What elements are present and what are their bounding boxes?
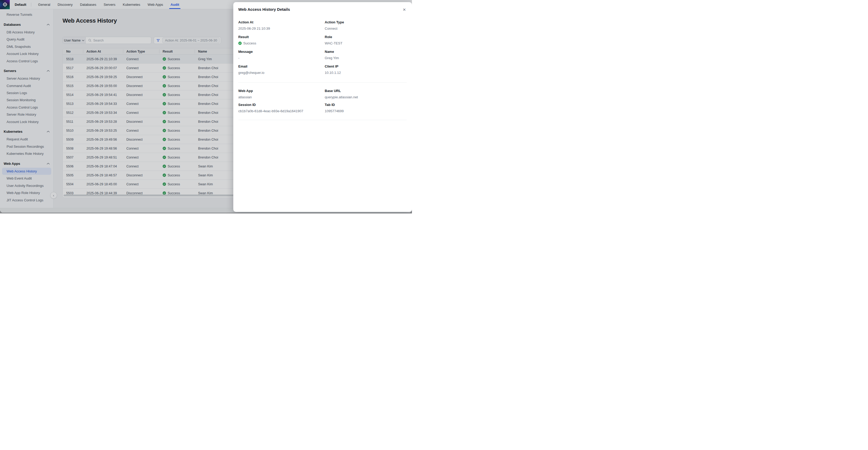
success-check-icon (238, 41, 242, 45)
detail-field: Email greg@chequer.io (238, 64, 325, 79)
detail-field-value-text: atlassian (238, 95, 252, 99)
detail-field: Session ID cb1b7a0b-61d8-4eac-b93e-6d19a… (238, 103, 325, 117)
detail-field-value: Success (238, 41, 325, 46)
detail-field-label: Web App (238, 89, 325, 93)
detail-field: Action Type Connect (325, 20, 407, 35)
detail-field-value-text: querypie.atlassian.net (325, 95, 358, 99)
detail-field-label: Role (325, 35, 407, 39)
detail-field-value: 2025-06-29 21:10:39 (238, 26, 325, 31)
detail-field: Action At 2025-06-29 21:10:39 (238, 20, 325, 35)
detail-field: Name Greg Yim (325, 50, 407, 64)
detail-field-value: 10.10.1.12 (325, 70, 407, 75)
detail-field-value: greg@chequer.io (238, 70, 325, 75)
detail-field: Result Success (238, 35, 325, 50)
detail-field-label: Name (325, 50, 407, 54)
detail-field-value-text: cb1b7a0b-61d8-4eac-b93e-6d19a1641907 (238, 109, 303, 113)
detail-field: Web App atlassian (238, 89, 325, 103)
detail-field-value-text: greg@chequer.io (238, 70, 264, 75)
screen: Default GeneralDiscoveryDatabasesServers… (0, 0, 412, 213)
detail-field-label: Action At (238, 20, 325, 25)
detail-field-label: Result (238, 35, 325, 39)
close-icon[interactable]: ✕ (402, 7, 407, 12)
detail-field-value-text: 1095774699 (325, 109, 344, 113)
drawer-title: Web Access History Details (238, 6, 290, 12)
drawer-fields-section-1: Action At 2025-06-29 21:10:39 Action Typ… (238, 20, 407, 79)
detail-field-label: Base URL (325, 89, 407, 93)
detail-field-value: Greg Yim (325, 56, 407, 60)
drawer-header: Web Access History Details ✕ (238, 6, 407, 12)
detail-field-value: 1095774699 (325, 109, 407, 113)
detail-field-value: querypie.atlassian.net (325, 95, 407, 99)
detail-field-value-text: 10.10.1.12 (325, 70, 341, 75)
detail-field-value: cb1b7a0b-61d8-4eac-b93e-6d19a1641907 (238, 109, 325, 113)
detail-field-label: Tab ID (325, 103, 407, 107)
detail-field: Message - (238, 50, 325, 64)
detail-field-value-text: Connect (325, 26, 337, 31)
detail-field-value-text: Success (243, 41, 256, 46)
detail-field-label: Email (238, 64, 325, 69)
detail-field-label: Message (238, 50, 325, 54)
details-drawer: Web Access History Details ✕ Action At 2… (233, 2, 412, 212)
detail-field-value-text: Greg Yim (325, 56, 339, 60)
detail-field-value: Connect (325, 26, 407, 31)
detail-field: Role WAC-TEST (325, 35, 407, 50)
drawer-fields-section-2: Web App atlassian Base URL querypie.atla… (238, 89, 407, 117)
detail-field-label: Session ID (238, 103, 325, 107)
detail-field-value-text: 2025-06-29 21:10:39 (238, 26, 270, 31)
detail-field: Tab ID 1095774699 (325, 103, 407, 117)
detail-field-value-text: WAC-TEST (325, 41, 342, 46)
detail-field-label: Action Type (325, 20, 407, 25)
detail-field: Client IP 10.10.1.12 (325, 64, 407, 79)
detail-field: Base URL querypie.atlassian.net (325, 89, 407, 103)
detail-field-label: Client IP (325, 64, 407, 69)
detail-field-value: WAC-TEST (325, 41, 407, 46)
detail-field-value-text: - (238, 56, 239, 60)
detail-field-value: - (238, 56, 325, 60)
drawer-divider (238, 82, 407, 83)
detail-field-value: atlassian (238, 95, 325, 99)
